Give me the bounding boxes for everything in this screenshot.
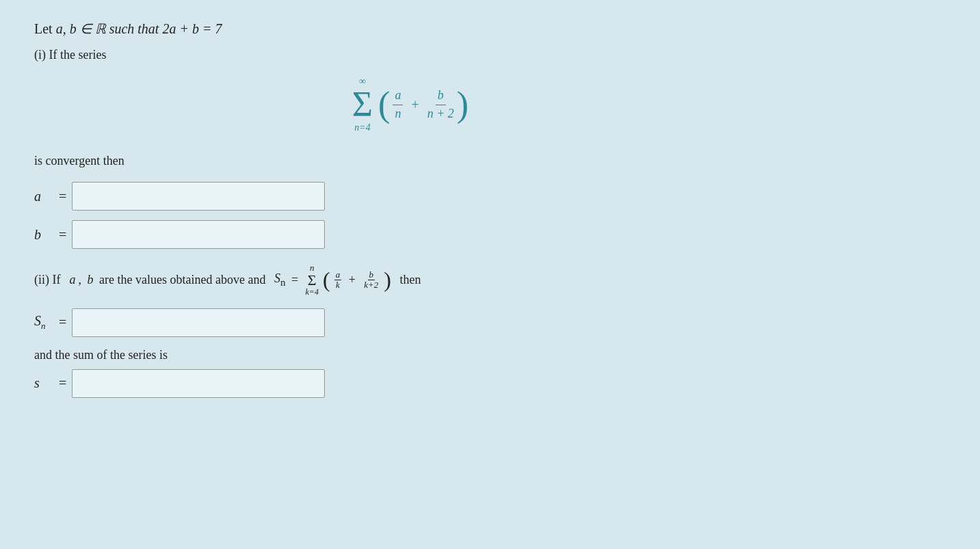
part-ii-label: (ii) If xyxy=(34,273,66,287)
sigma-block: ∞ Σ n=4 xyxy=(352,76,373,133)
paren-right: ) xyxy=(457,87,468,122)
s-input-row: s = xyxy=(34,369,786,398)
paren-right-ii: ) xyxy=(384,269,391,291)
sn-eq: = xyxy=(59,314,66,330)
part-ii-then: then xyxy=(400,273,421,287)
b-input[interactable] xyxy=(72,220,325,249)
sn-input[interactable] xyxy=(72,308,325,337)
paren-left: ( xyxy=(378,87,390,122)
fraction-b: b n + 2 xyxy=(427,88,454,121)
inline-sigma-expr: n Σ k=4 xyxy=(304,263,320,297)
part-ii-sn: Sn xyxy=(274,271,286,289)
fraction-a: a n xyxy=(393,88,403,121)
sn-input-row: Sn = xyxy=(34,308,786,337)
inline-frac-b: b k+2 xyxy=(362,270,380,291)
a-eq: = xyxy=(59,189,66,204)
inline-frac-a: a k xyxy=(334,270,342,291)
sum-text: and the sum of the series is xyxy=(34,348,786,362)
a-input-row: a = xyxy=(34,182,786,211)
b-input-row: b = xyxy=(34,220,786,249)
part-ii-text: are the values obtained above and xyxy=(96,273,265,287)
a-label: a xyxy=(34,189,55,204)
plus-sign: + xyxy=(411,97,419,113)
part-i-label: (i) If the series xyxy=(34,48,786,62)
b-eq: = xyxy=(59,227,66,243)
part-ii-b: b xyxy=(84,273,94,287)
s-label: s xyxy=(34,375,55,391)
b-label: b xyxy=(34,227,55,243)
problem-container: Let a, b ∈ ℝ such that 2a + b = 7 (i) If… xyxy=(34,21,786,398)
intro-line: Let a, b ∈ ℝ such that 2a + b = 7 xyxy=(34,21,786,37)
sn-label: Sn xyxy=(34,313,55,332)
s-input[interactable] xyxy=(72,369,325,398)
part-ii-line: (ii) If a, b are the values obtained abo… xyxy=(34,263,786,297)
part-ii-ab: a xyxy=(69,273,75,287)
sigma-symbol: Σ xyxy=(352,87,373,122)
series-expression: ( a n + b n + 2 ) xyxy=(378,87,468,122)
sigma-lower: n=4 xyxy=(354,122,370,133)
paren-left-ii: ( xyxy=(323,269,330,291)
a-input[interactable] xyxy=(72,182,325,211)
series-display: ∞ Σ n=4 ( a n + b n + 2 ) xyxy=(34,76,786,133)
convergent-text: is convergent then xyxy=(34,154,786,168)
s-eq: = xyxy=(59,375,66,391)
